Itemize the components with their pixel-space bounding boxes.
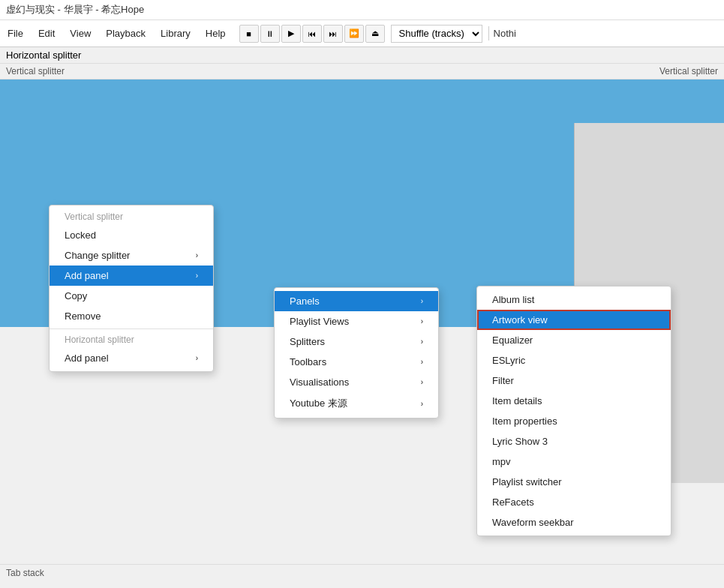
chevron-right-icon-6: › [421, 358, 423, 366]
title-text: 虚幻与现实 - 华晨宇 - 希忘Hope [6, 4, 144, 15]
ctx-refacets[interactable]: ReFacets [477, 492, 671, 512]
ctx-visualisations[interactable]: Visualisations › [275, 372, 438, 392]
ctx-eslyric[interactable]: ESLyric [477, 350, 671, 370]
ctx-equalizer[interactable]: Equalizer [477, 330, 671, 350]
main-area: Horizontal splitter Vertical splitter Ve… [0, 47, 724, 581]
ctx-filter[interactable]: Filter [477, 370, 671, 391]
ctx-separator-1 [50, 328, 213, 329]
tab-stack-label: Tab stack [0, 564, 724, 581]
shuffle-select[interactable]: Shuffle (tracks) [391, 25, 482, 43]
ctx-change-splitter[interactable]: Change splitter › [50, 245, 213, 266]
ctx-item-details[interactable]: Item details [477, 391, 671, 411]
chevron-right-icon: › [196, 272, 198, 280]
menu-view[interactable]: View [62, 25, 98, 42]
chevron-right-icon: › [196, 251, 198, 260]
random-button[interactable]: ⏩ [344, 25, 364, 43]
ctx-mpv[interactable]: mpv [477, 452, 671, 472]
context-menu-vertical-splitter: Vertical splitter Locked Change splitter… [49, 205, 214, 372]
ctx-lyric-show-3[interactable]: Lyric Show 3 [477, 431, 671, 452]
ctx-item-properties[interactable]: Item properties [477, 411, 671, 431]
ctx-panels[interactable]: Panels › [275, 291, 438, 311]
title-bar: 虚幻与现实 - 华晨宇 - 希忘Hope [0, 0, 724, 20]
ctx-remove[interactable]: Remove [50, 306, 213, 326]
ctx-album-list[interactable]: Album list [477, 290, 671, 310]
vert-splitter-row: Vertical splitter Vertical splitter [0, 64, 724, 80]
pause-button[interactable]: ⏸ [260, 25, 280, 43]
ctx-section-vertical-splitter: Vertical splitter [50, 208, 213, 225]
context-menu-panels: Panels › Playlist Views › Splitters › To… [274, 287, 439, 418]
ctx-section-horiz-splitter: Horizontal splitter [50, 332, 213, 348]
ctx-youtube[interactable]: Youtube 来源 › [275, 392, 438, 415]
vert-splitter-right-label: Vertical splitter [659, 66, 718, 76]
chevron-right-icon-4: › [421, 317, 423, 326]
ctx-copy[interactable]: Copy [50, 286, 213, 306]
ctx-add-panel[interactable]: Add panel › [50, 266, 213, 286]
ctx-locked[interactable]: Locked [50, 225, 213, 245]
chevron-right-icon-8: › [421, 400, 423, 408]
ctx-artwork-view[interactable]: Artwork view [477, 310, 671, 330]
ctx-playlist-views[interactable]: Playlist Views › [275, 311, 438, 332]
ctx-playlist-switcher[interactable]: Playlist switcher [477, 472, 671, 492]
eject-button[interactable]: ⏏ [365, 25, 385, 43]
chevron-right-icon-3: › [421, 297, 423, 305]
vert-splitter-left-label: Vertical splitter [6, 66, 659, 76]
prev-button[interactable]: ⏮ [302, 25, 322, 43]
chevron-right-icon-2: › [196, 354, 198, 362]
stop-button[interactable]: ■ [239, 25, 259, 43]
ctx-add-panel-2[interactable]: Add panel › [50, 348, 213, 368]
horiz-splitter-label: Horizontal splitter [0, 47, 724, 64]
context-menu-panel-items: Album list Artwork view Equalizer ESLyri… [476, 286, 671, 536]
next-button[interactable]: ⏭ [323, 25, 343, 43]
chevron-right-icon-7: › [421, 378, 423, 386]
menu-library[interactable]: Library [153, 25, 198, 42]
ctx-waveform-seekbar[interactable]: Waveform seekbar [477, 512, 671, 532]
menu-edit[interactable]: Edit [31, 25, 62, 42]
menu-file[interactable]: File [0, 25, 31, 42]
menu-playback[interactable]: Playback [98, 25, 153, 42]
ctx-toolbars[interactable]: Toolbars › [275, 352, 438, 372]
play-button[interactable]: ▶ [281, 25, 301, 43]
chevron-right-icon-5: › [421, 338, 423, 346]
ctx-splitters[interactable]: Splitters › [275, 332, 438, 352]
menu-help[interactable]: Help [198, 25, 233, 42]
nothi-label: Nothi [488, 26, 521, 40]
menu-bar: File Edit View Playback Library Help ■ ⏸… [0, 20, 724, 47]
playback-toolbar: ■ ⏸ ▶ ⏮ ⏭ ⏩ ⏏ [239, 25, 385, 43]
